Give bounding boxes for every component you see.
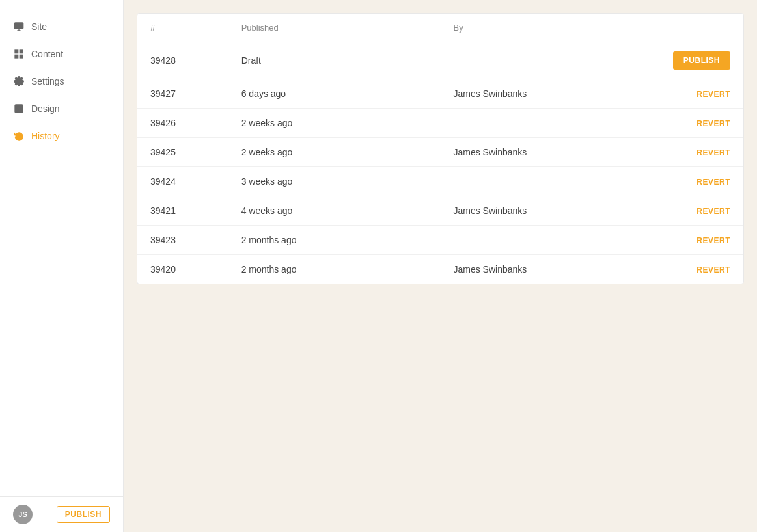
row-action: REVERT — [652, 109, 743, 138]
revert-button[interactable]: REVERT — [696, 90, 730, 99]
svg-point-9 — [17, 107, 18, 108]
main-content: # Published By 39428DraftPUBLISH394276 d… — [124, 0, 757, 532]
row-by: James Swinbanks — [440, 138, 652, 167]
row-id: 39427 — [137, 79, 228, 109]
row-id: 39421 — [137, 196, 228, 226]
svg-rect-6 — [20, 55, 23, 58]
sidebar-item-content[interactable]: Content — [0, 40, 123, 68]
sidebar-footer: JS PUBLISH — [0, 496, 123, 532]
sidebar-item-site[interactable]: Site — [0, 13, 123, 40]
gear-icon — [13, 75, 25, 87]
row-by: James Swinbanks — [440, 196, 652, 226]
row-by: James Swinbanks — [440, 255, 652, 284]
row-action: REVERT — [652, 79, 743, 109]
history-card: # Published By 39428DraftPUBLISH394276 d… — [137, 13, 744, 284]
row-id: 39423 — [137, 226, 228, 255]
sidebar-item-design-label: Design — [31, 103, 60, 114]
col-header-number: # — [137, 14, 228, 42]
row-id: 39424 — [137, 167, 228, 196]
revert-button[interactable]: REVERT — [696, 119, 730, 128]
row-by — [440, 226, 652, 255]
row-action: REVERT — [652, 138, 743, 167]
svg-rect-3 — [15, 50, 18, 53]
table-row: 394276 days agoJames SwinbanksREVERT — [137, 79, 743, 109]
svg-rect-4 — [20, 50, 23, 53]
row-id: 39420 — [137, 255, 228, 284]
footer-publish-button[interactable]: PUBLISH — [57, 506, 110, 523]
sidebar-item-settings-label: Settings — [31, 76, 64, 86]
sidebar-item-history[interactable]: History — [0, 122, 123, 150]
revert-button[interactable]: REVERT — [696, 236, 730, 245]
revert-button[interactable]: REVERT — [696, 207, 730, 216]
history-table: # Published By 39428DraftPUBLISH394276 d… — [137, 14, 743, 284]
table-row: 394262 weeks agoREVERT — [137, 109, 743, 138]
row-published: 2 weeks ago — [228, 138, 441, 167]
col-header-action — [652, 14, 743, 42]
revert-button[interactable]: REVERT — [696, 148, 730, 157]
revert-button[interactable]: REVERT — [696, 265, 730, 274]
row-action: PUBLISH — [652, 42, 743, 79]
sidebar-item-site-label: Site — [31, 21, 47, 32]
row-published: 4 weeks ago — [228, 196, 441, 226]
row-id: 39428 — [137, 42, 228, 79]
table-header: # Published By — [137, 14, 743, 42]
row-id: 39426 — [137, 109, 228, 138]
sidebar-item-settings[interactable]: Settings — [0, 68, 123, 95]
table-row: 394252 weeks agoJames SwinbanksREVERT — [137, 138, 743, 167]
table-row: 394214 weeks agoJames SwinbanksREVERT — [137, 196, 743, 226]
row-published: 2 weeks ago — [228, 109, 441, 138]
row-by — [440, 42, 652, 79]
row-action: REVERT — [652, 255, 743, 284]
table-row: 394243 weeks agoREVERT — [137, 167, 743, 196]
svg-rect-0 — [14, 23, 23, 29]
row-action: REVERT — [652, 196, 743, 226]
row-by — [440, 167, 652, 196]
table-row: 394232 months agoREVERT — [137, 226, 743, 255]
sidebar-item-content-label: Content — [31, 49, 63, 59]
row-by: James Swinbanks — [440, 79, 652, 109]
publish-button[interactable]: PUBLISH — [673, 51, 730, 70]
monitor-icon — [13, 21, 25, 33]
row-published: 2 months ago — [228, 226, 441, 255]
row-published: 6 days ago — [228, 79, 441, 109]
col-header-published: Published — [228, 14, 441, 42]
row-by — [440, 109, 652, 138]
svg-rect-5 — [15, 55, 18, 58]
grid-icon — [13, 48, 25, 60]
revert-button[interactable]: REVERT — [696, 178, 730, 187]
row-id: 39425 — [137, 138, 228, 167]
row-action: REVERT — [652, 167, 743, 196]
history-icon — [13, 130, 25, 142]
row-published: Draft — [228, 42, 441, 79]
row-published: 2 months ago — [228, 255, 441, 284]
table-row: 394202 months agoJames SwinbanksREVERT — [137, 255, 743, 284]
row-published: 3 weeks ago — [228, 167, 441, 196]
table-row: 39428DraftPUBLISH — [137, 42, 743, 79]
image-icon — [13, 103, 25, 114]
col-header-by: By — [440, 14, 652, 42]
sidebar-nav: Site Content Settings — [0, 0, 123, 496]
sidebar: Site Content Settings — [0, 0, 124, 532]
table-body: 39428DraftPUBLISH394276 days agoJames Sw… — [137, 42, 743, 284]
sidebar-item-design[interactable]: Design — [0, 95, 123, 122]
avatar: JS — [13, 505, 33, 524]
row-action: REVERT — [652, 226, 743, 255]
sidebar-item-history-label: History — [31, 131, 60, 141]
